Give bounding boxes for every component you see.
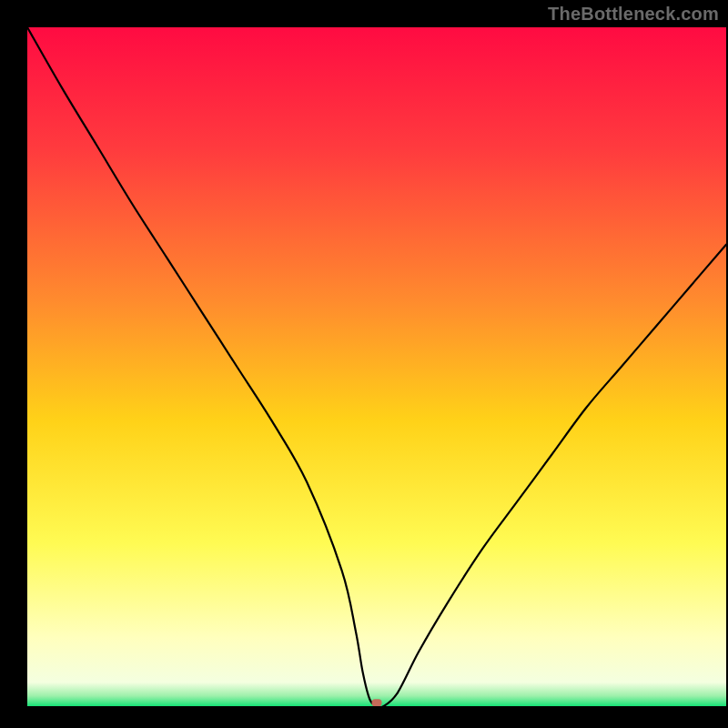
plot-area [27, 27, 726, 706]
optimum-marker [372, 699, 382, 706]
bottleneck-chart [27, 27, 726, 706]
watermark-text: TheBottleneck.com [548, 4, 719, 25]
chart-frame: TheBottleneck.com [0, 0, 728, 728]
